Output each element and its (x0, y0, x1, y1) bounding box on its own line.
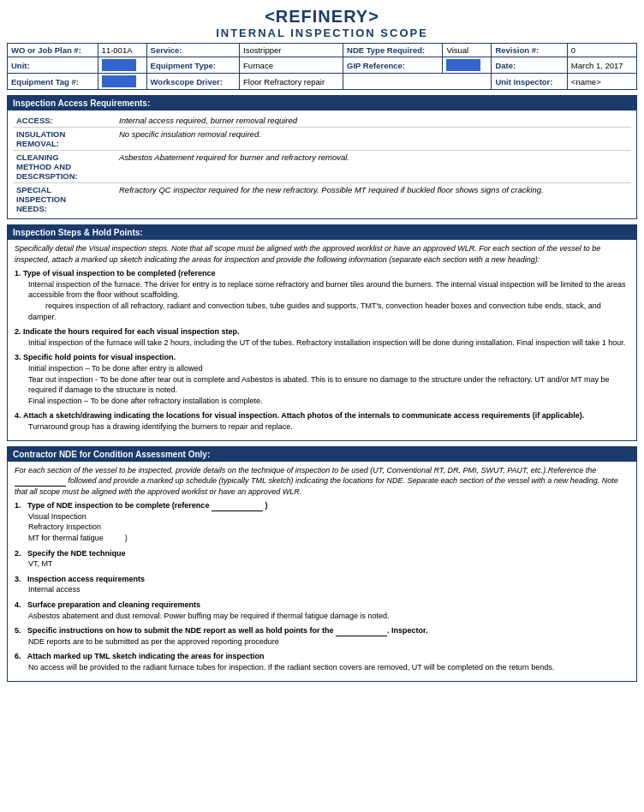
equip-tag-blue-box (102, 75, 136, 87)
nde-title-2: 2. Specify the NDE technique (15, 549, 126, 558)
nde-detail-4: Asbestos abatement and dust removal. Pow… (28, 611, 629, 622)
step-item-3: 3. Specific hold points for visual inspe… (15, 352, 629, 406)
revision-label: Revision #: (492, 44, 567, 57)
req-row-insulation: INSULATIONREMOVAL: No specific insulatio… (13, 128, 631, 151)
nde-detail-2: VT, MT (28, 558, 629, 570)
steps-list: 1. Type of visual inspection to be compl… (15, 268, 629, 432)
access-requirements-header: Inspection Access Requirements: (8, 96, 636, 110)
inspection-steps-body: Specifically detail the Visual inspectio… (8, 240, 636, 440)
equip-type-value: Furnace (240, 57, 343, 74)
req-insulation-label: INSULATIONREMOVAL: (13, 128, 116, 151)
nde-section-header: Contractor NDE for Condition Assessment … (8, 447, 636, 462)
service-label: Service: (146, 44, 240, 57)
step-title-1: Type of visual inspection to be complete… (23, 269, 215, 278)
date-value: March 1, 2017 (567, 57, 636, 74)
step-title-3: Specific hold points for visual inspecti… (23, 353, 176, 361)
page: <REFINERY> INTERNAL INSPECTION SCOPE WO … (0, 0, 644, 694)
blank-line-3 (336, 636, 387, 636)
req-cleaning-label: CLEANINGMETHOD ANDDESCRSPTION: (13, 151, 116, 183)
req-table: ACCESS: Internal access required, burner… (13, 114, 631, 215)
nde-section: Contractor NDE for Condition Assessment … (7, 446, 637, 682)
blank-line-2 (212, 510, 263, 511)
inspection-steps-header: Inspection Steps & Hold Points: (8, 225, 636, 240)
nde-list: 1. Type of NDE inspection to be complete… (15, 500, 629, 672)
nde-title-1: 1. Type of NDE inspection to be complete… (15, 501, 267, 510)
req-access-value: Internal access required, burner removal… (116, 114, 631, 128)
step-title-2: Indicate the hours required for each vis… (23, 327, 240, 336)
step-detail-2: Initial inspection of the furnace will t… (28, 337, 629, 349)
step-item-1: 1. Type of visual inspection to be compl… (15, 268, 629, 322)
step-number-3: 3. (15, 353, 21, 361)
nde-item-1: 1. Type of NDE inspection to be complete… (15, 500, 629, 543)
nde-title-4: 4. Surface preparation and cleaning requ… (15, 600, 200, 609)
step-number-1: 1. (15, 269, 21, 278)
header: <REFINERY> INTERNAL INSPECTION SCOPE (7, 7, 637, 39)
nde-item-5: 5. Specific instructions on how to submi… (15, 625, 629, 647)
service-value: Isostripper (240, 44, 343, 57)
info-grid: WO or Job Plan #: 11-001A Service: Isost… (7, 43, 637, 90)
nde-type-value: Visual (443, 44, 492, 57)
step-detail-4: Turnaround group has a drawing identifyi… (28, 421, 629, 433)
nde-item-2: 2. Specify the NDE technique VT, MT (15, 548, 629, 570)
unit-inspector-value: <name> (567, 74, 636, 90)
access-requirements-body: ACCESS: Internal access required, burner… (8, 110, 636, 218)
nde-detail-6: No access will be provided to the radian… (28, 662, 629, 673)
empty-cell (343, 74, 492, 90)
equip-tag-label: Equipment Tag #: (8, 74, 98, 90)
access-requirements-section: Inspection Access Requirements: ACCESS: … (7, 95, 637, 219)
step-title-4: Attach a sketch/drawing indicating the l… (23, 411, 584, 420)
nde-item-6: 6. Attach marked up TML sketch indicatin… (15, 651, 629, 672)
equip-tag-value (98, 74, 146, 90)
req-cleaning-value: Asbestos Abatement required for burner a… (116, 151, 631, 183)
gip-value (443, 57, 492, 74)
req-special-label: SPECIALINSPECTIONNEEDS: (13, 183, 116, 216)
workscope-value: Floor Refractory repair (240, 74, 343, 90)
wo-value: 11-001A (98, 44, 146, 57)
nde-title-6: 6. Attach marked up TML sketch indicatin… (15, 652, 265, 660)
req-insulation-value: No specific insulation removal required. (116, 128, 631, 151)
nde-title-5: 5. Specific instructions on how to submi… (15, 626, 428, 635)
req-row-cleaning: CLEANINGMETHOD ANDDESCRSPTION: Asbestos … (13, 151, 631, 183)
steps-intro: Specifically detail the Visual inspectio… (15, 243, 629, 265)
main-title: <REFINERY> (7, 7, 637, 27)
unit-value (98, 57, 146, 74)
req-row-access: ACCESS: Internal access required, burner… (13, 114, 631, 128)
step-detail-1: Internal inspection of the furnace. The … (28, 279, 629, 322)
step-detail-3: Initial inspection – To be done after en… (28, 363, 629, 406)
step-number-4: 4. (15, 411, 21, 420)
unit-label: Unit: (8, 57, 98, 74)
nde-intro: For each section of the vessel to be ins… (15, 465, 629, 498)
revision-value: 0 (567, 44, 636, 57)
nde-type-label: NDE Type Required: (343, 44, 443, 57)
inspection-steps-section: Inspection Steps & Hold Points: Specific… (7, 224, 637, 441)
unit-blue-box (102, 59, 136, 71)
equip-type-label: Equipment Type: (146, 57, 240, 74)
nde-detail-5: NDE reports are to be submitted as per t… (28, 636, 629, 648)
gip-label: GIP Reference: (343, 57, 443, 74)
req-row-special: SPECIALINSPECTIONNEEDS: Refractory QC in… (13, 183, 631, 216)
subtitle: INTERNAL INSPECTION SCOPE (7, 27, 637, 39)
unit-inspector-label: Unit Inspector: (492, 74, 567, 90)
step-item-2: 2. Indicate the hours required for each … (15, 326, 629, 348)
date-label: Date: (492, 57, 567, 74)
req-special-value: Refractory QC inspector required for the… (116, 183, 631, 216)
nde-detail-1: Visual Inspection Refractory Inspection … (28, 511, 629, 544)
step-number-2: 2. (15, 327, 21, 336)
nde-item-3: 3. Inspection access requirements Intern… (15, 574, 629, 595)
nde-item-4: 4. Surface preparation and cleaning requ… (15, 600, 629, 621)
nde-section-body: For each section of the vessel to be ins… (8, 462, 636, 681)
workscope-label: Workscope Driver: (146, 74, 240, 90)
nde-title-3: 3. Inspection access requirements (15, 575, 145, 583)
req-access-label: ACCESS: (13, 114, 116, 128)
blank-line-1 (15, 486, 66, 487)
gip-blue-box (446, 59, 480, 71)
nde-detail-3: Internal access (28, 584, 629, 595)
wo-label: WO or Job Plan #: (8, 44, 98, 57)
step-item-4: 4. Attach a sketch/drawing indicating th… (15, 410, 629, 432)
